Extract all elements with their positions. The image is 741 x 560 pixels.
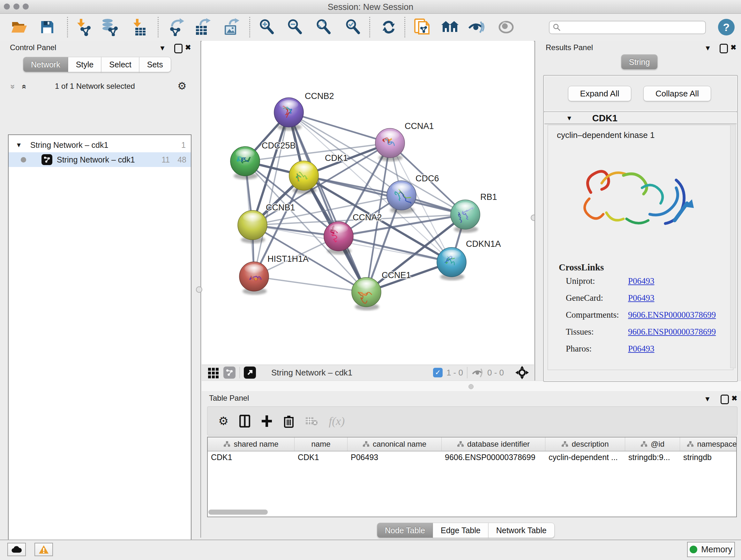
results-scrollbar[interactable] bbox=[730, 125, 736, 368]
table-tab-edge-table[interactable]: Edge Table bbox=[433, 523, 488, 538]
column-header-database-identifier[interactable]: database identifier bbox=[442, 437, 545, 451]
collection-expand-icon[interactable]: ▼ bbox=[16, 141, 22, 149]
control-tab-select[interactable]: Select bbox=[101, 57, 139, 72]
crosslink-link[interactable]: P06493 bbox=[628, 344, 655, 354]
clone-network-icon[interactable] bbox=[413, 17, 432, 37]
zoom-out-icon[interactable] bbox=[285, 17, 305, 37]
open-session-icon[interactable] bbox=[10, 17, 29, 37]
detach-view-icon[interactable] bbox=[244, 367, 256, 379]
tab-string[interactable]: String bbox=[621, 54, 658, 70]
float-panel-icon[interactable] bbox=[721, 395, 729, 404]
column-header-@id[interactable]: @id bbox=[625, 437, 680, 451]
network-node-CCNB2[interactable] bbox=[274, 98, 304, 131]
string-view-icon[interactable] bbox=[223, 367, 235, 379]
network-node-CCNB1[interactable] bbox=[238, 210, 267, 243]
table-cell[interactable]: 9606.ENSP00000378699 bbox=[442, 451, 545, 463]
network-edge[interactable] bbox=[289, 112, 366, 292]
network-edge[interactable] bbox=[289, 112, 452, 262]
search-input[interactable] bbox=[549, 21, 706, 34]
expand-all-button[interactable]: Expand All bbox=[568, 86, 631, 101]
network-node-HIST1H1A[interactable] bbox=[239, 262, 269, 295]
column-header-description[interactable]: description bbox=[545, 437, 625, 451]
table-cell[interactable]: P06493 bbox=[347, 451, 442, 463]
refresh-icon[interactable] bbox=[379, 17, 398, 37]
gear-icon[interactable]: ⚙ bbox=[178, 80, 187, 92]
grid-view-icon[interactable] bbox=[207, 367, 219, 379]
crosslink-link[interactable]: 9606.ENSP00000378699 bbox=[628, 327, 716, 337]
close-panel-icon[interactable]: ✖ bbox=[731, 44, 736, 52]
column-header-name[interactable]: name bbox=[294, 437, 347, 451]
gene-collapse-icon[interactable]: ▼ bbox=[566, 115, 572, 122]
column-header-canonical-name[interactable]: canonical name bbox=[347, 437, 442, 451]
column-header-namespace[interactable]: namespace bbox=[680, 437, 737, 451]
table-cell[interactable]: stringdb bbox=[680, 451, 737, 463]
zoom-in-icon[interactable] bbox=[257, 17, 276, 37]
table-cell[interactable]: cyclin-dependent ... bbox=[545, 451, 625, 463]
help-button[interactable]: ? bbox=[718, 19, 735, 36]
export-image-icon[interactable] bbox=[221, 17, 241, 37]
float-panel-icon[interactable] bbox=[174, 44, 183, 53]
nested-networks-icon[interactable] bbox=[441, 17, 460, 37]
network-node-CCNA2[interactable] bbox=[324, 222, 353, 254]
table-cell[interactable]: CDK1 bbox=[294, 451, 347, 463]
network-node-CDK1[interactable] bbox=[289, 161, 319, 194]
search-field[interactable] bbox=[561, 23, 699, 32]
panel-menu-icon[interactable]: ▼ bbox=[159, 44, 166, 52]
collapse-all-button[interactable]: Collapse All bbox=[643, 86, 711, 101]
network-node-RB1[interactable] bbox=[451, 200, 480, 233]
add-column-icon[interactable] bbox=[261, 415, 273, 428]
network-canvas[interactable]: CCNB2CCNA1CDC25BCDK1CDC6RB1CCNB1CCNA2CDK… bbox=[202, 41, 534, 365]
control-tab-network[interactable]: Network bbox=[23, 57, 68, 72]
control-tab-style[interactable]: Style bbox=[68, 57, 102, 72]
network-row-selected[interactable]: String Network – cdk1 11 48 bbox=[9, 152, 191, 167]
table-gear-icon[interactable]: ⚙ bbox=[218, 415, 228, 428]
zoom-selected-icon[interactable] bbox=[343, 17, 362, 37]
network-node-CDKN1A[interactable] bbox=[437, 247, 466, 280]
table-hscrollbar-thumb[interactable] bbox=[208, 509, 268, 515]
hide-selected-icon[interactable] bbox=[467, 17, 486, 37]
table-tab-node-table[interactable]: Node Table bbox=[377, 523, 433, 538]
close-panel-icon[interactable]: ✖ bbox=[731, 394, 737, 402]
gene-section-header[interactable]: ▼ CDK1 bbox=[544, 113, 737, 124]
export-network-icon[interactable] bbox=[167, 17, 186, 37]
column-header-shared-name[interactable]: shared name bbox=[208, 437, 294, 451]
crosslink-link[interactable]: 9606.ENSP00000378699 bbox=[628, 310, 716, 320]
panel-menu-icon[interactable]: ▼ bbox=[704, 395, 711, 403]
network-node-CCNE1[interactable] bbox=[352, 277, 381, 310]
network-collection-row[interactable]: ▼ String Network – cdk1 1 bbox=[9, 138, 191, 152]
network-edge[interactable] bbox=[289, 112, 390, 143]
hidden-eye-icon[interactable] bbox=[471, 368, 484, 378]
table-tab-network-table[interactable]: Network Table bbox=[488, 523, 555, 538]
import-network-from-database-icon[interactable] bbox=[100, 17, 119, 37]
network-graph[interactable]: CCNB2CCNA1CDC25BCDK1CDC6RB1CCNB1CCNA2CDK… bbox=[202, 41, 534, 365]
close-panel-icon[interactable]: ✖ bbox=[185, 44, 191, 52]
memory-button[interactable]: Memory bbox=[687, 542, 735, 557]
gene-description: cyclin–dependent kinase 1 bbox=[548, 125, 733, 140]
selected-checkbox-icon[interactable]: ✓ bbox=[433, 368, 443, 377]
left-splitter-handle[interactable] bbox=[196, 287, 202, 293]
show-all-icon[interactable] bbox=[496, 17, 516, 37]
export-table-icon[interactable] bbox=[193, 17, 212, 37]
network-edge[interactable] bbox=[254, 276, 366, 292]
network-node-CDC6[interactable] bbox=[387, 181, 416, 213]
cloud-button[interactable] bbox=[7, 543, 26, 556]
save-session-icon[interactable] bbox=[38, 17, 57, 37]
zoom-fit-icon[interactable] bbox=[314, 17, 333, 37]
panel-menu-icon[interactable]: ▼ bbox=[704, 44, 711, 52]
splitter-handle-dot[interactable] bbox=[468, 384, 474, 389]
import-table-icon[interactable] bbox=[129, 17, 148, 37]
delete-column-icon[interactable] bbox=[283, 415, 294, 428]
crosslink-link[interactable]: P06493 bbox=[628, 276, 655, 286]
node-table[interactable]: shared namenamecanonical namedatabase id… bbox=[207, 437, 737, 517]
birdseye-toggle-icon[interactable] bbox=[515, 366, 529, 379]
table-cell[interactable]: CDK1 bbox=[208, 451, 294, 463]
select-columns-icon[interactable] bbox=[239, 415, 250, 428]
control-tab-sets[interactable]: Sets bbox=[139, 57, 171, 72]
warning-button[interactable] bbox=[35, 543, 53, 556]
network-node-CCNA1[interactable] bbox=[375, 128, 405, 161]
crosslink-link[interactable]: P06493 bbox=[628, 293, 655, 303]
import-network-icon[interactable] bbox=[73, 17, 92, 37]
table-cell[interactable]: stringdb:9... bbox=[625, 451, 680, 463]
float-panel-icon[interactable] bbox=[720, 44, 728, 53]
network-node-CDC25B[interactable] bbox=[230, 146, 260, 179]
